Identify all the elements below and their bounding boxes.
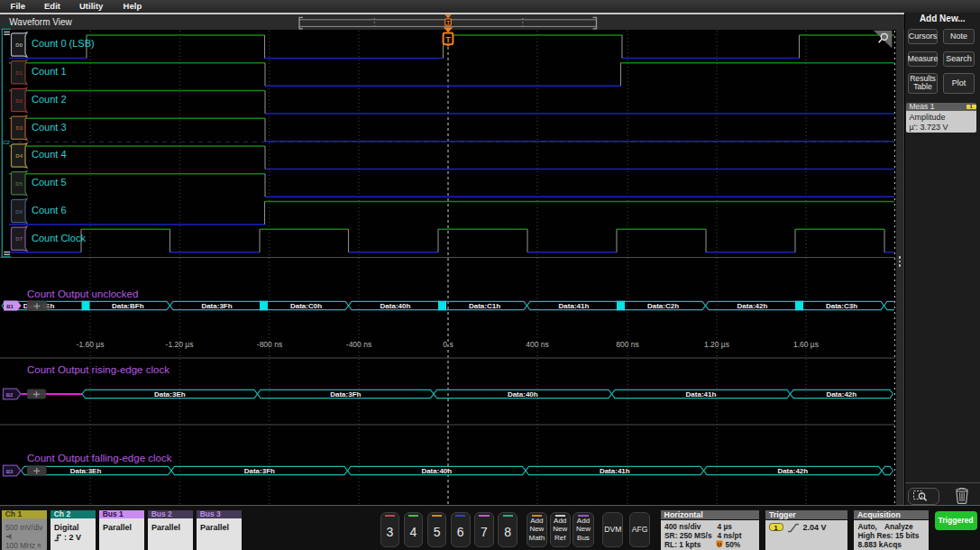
svg-text:D6: D6 (15, 209, 23, 215)
svg-text:D7: D7 (15, 236, 23, 242)
svg-text:Count Output falling-edge cloc: Count Output falling-edge clock (27, 453, 172, 463)
svg-text:1.20 µs: 1.20 µs (704, 340, 729, 349)
svg-text:Count 6: Count 6 (32, 205, 67, 215)
svg-text:1.60 µs: 1.60 µs (793, 340, 819, 349)
svg-text:Data:C3h: Data:C3h (826, 302, 857, 310)
svg-text:D2: D2 (15, 98, 23, 104)
svg-text:Data:BFh: Data:BFh (112, 302, 144, 310)
svg-text:Count Clock: Count Clock (32, 233, 86, 243)
svg-text:B1: B1 (6, 304, 14, 309)
svg-text:Count 0 (LSB): Count 0 (LSB) (32, 38, 95, 49)
svg-text:C2: C2 (3, 140, 10, 145)
svg-text:Count 4: Count 4 (32, 149, 67, 160)
svg-text:Data:3Eh: Data:3Eh (154, 390, 186, 399)
svg-text:Count Output unclocked: Count Output unclocked (27, 289, 138, 299)
svg-text:Data:41h: Data:41h (686, 390, 717, 399)
svg-text:Count 2: Count 2 (32, 94, 67, 105)
svg-text:-400 ns: -400 ns (346, 340, 371, 349)
svg-text:Count Output rising-edge clock: Count Output rising-edge clock (27, 364, 169, 375)
svg-text:Data:42h: Data:42h (737, 302, 768, 310)
svg-text:-1.20 µs: -1.20 µs (166, 340, 194, 349)
svg-text:Data:40h: Data:40h (508, 390, 538, 399)
svg-text:Data:3Fh: Data:3Fh (244, 467, 275, 475)
svg-text:D3: D3 (15, 125, 23, 131)
svg-text:-800 ns: -800 ns (257, 340, 282, 349)
svg-text:Data:3Fh: Data:3Fh (330, 390, 361, 399)
svg-text:Data:42h: Data:42h (826, 390, 856, 399)
svg-text:D1: D1 (15, 70, 23, 76)
svg-text:Data:C1h: Data:C1h (469, 302, 500, 310)
svg-text:T: T (445, 35, 451, 44)
svg-text:Data:40h: Data:40h (380, 302, 411, 310)
svg-text:D5: D5 (15, 181, 23, 187)
svg-text:Data:3Fh: Data:3Fh (201, 302, 232, 310)
svg-text:B3: B3 (6, 469, 14, 474)
svg-text:D4: D4 (15, 153, 23, 159)
svg-text:Count 3: Count 3 (32, 122, 67, 133)
svg-text:T: T (446, 20, 450, 25)
svg-text:Data:3Eh: Data:3Eh (70, 467, 102, 475)
svg-text:800 ns: 800 ns (616, 340, 639, 349)
svg-text:Data:41h: Data:41h (600, 467, 630, 475)
svg-text:Count 1: Count 1 (32, 66, 67, 77)
svg-text:B2: B2 (6, 392, 14, 398)
svg-text:D0: D0 (15, 42, 23, 48)
svg-text:-1.60 µs: -1.60 µs (77, 340, 105, 349)
svg-text:Count 5: Count 5 (32, 177, 67, 188)
svg-text:Data:C2h: Data:C2h (647, 302, 679, 310)
svg-text:400 ns: 400 ns (526, 340, 549, 349)
svg-text:Data:40h: Data:40h (421, 467, 452, 475)
svg-text:Data:42h: Data:42h (777, 467, 808, 475)
svg-text:Data:41h: Data:41h (559, 302, 590, 310)
svg-text:0 s: 0 s (443, 340, 453, 349)
svg-text:Data:C0h: Data:C0h (290, 302, 322, 310)
